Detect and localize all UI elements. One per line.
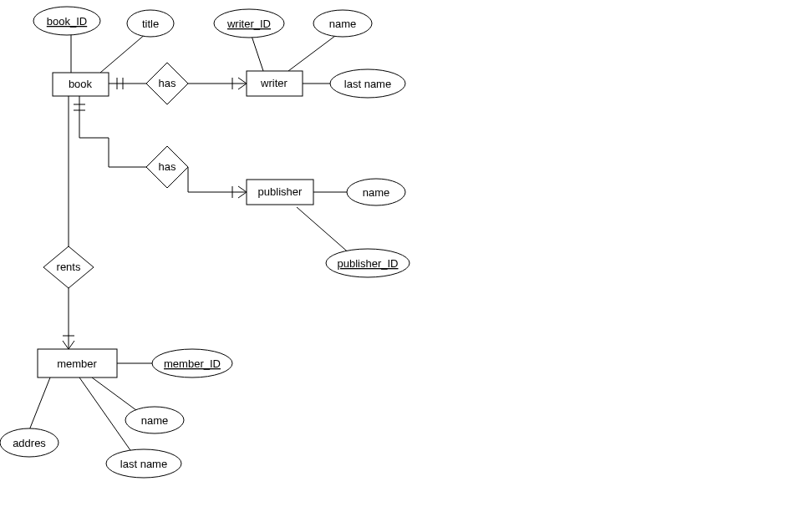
- attribute-member-id-label: member_ID: [164, 357, 221, 370]
- svg-line-3: [238, 84, 247, 89]
- entity-member-label: member: [57, 357, 97, 370]
- entity-publisher-label: publisher: [258, 185, 303, 198]
- relationship-has2-label: has: [159, 160, 176, 173]
- entity-book-label: book: [69, 78, 93, 90]
- attribute-book-id-label: book_ID: [47, 15, 87, 28]
- attribute-writer-id-label: writer_ID: [226, 18, 271, 30]
- attribute-publisher-id-label: publisher_ID: [338, 257, 399, 270]
- edge-writerid-writer: [251, 33, 263, 71]
- svg-line-12: [238, 192, 247, 198]
- attribute-member-address-label: addres: [13, 437, 46, 449]
- relationship-rents-label: rents: [57, 261, 81, 273]
- edge-member-address: [29, 377, 50, 430]
- attribute-member-name-label: name: [141, 414, 169, 427]
- relationship-has1-label: has: [159, 77, 176, 89]
- svg-line-14: [63, 341, 69, 349]
- edge-title-book: [100, 33, 146, 73]
- entity-writer-label: writer: [260, 77, 288, 89]
- svg-line-15: [69, 341, 74, 349]
- svg-line-11: [238, 186, 247, 192]
- attribute-title-label: title: [142, 18, 159, 30]
- svg-line-2: [238, 78, 247, 84]
- attribute-publisher-name-label: name: [363, 186, 390, 199]
- edge-publisher-id: [297, 207, 351, 255]
- er-diagram: book writer publisher member has has ren…: [0, 0, 804, 532]
- attribute-writer-lastname-label: last name: [344, 78, 391, 90]
- attribute-writer-name-label: name: [329, 18, 357, 30]
- edge-writername-writer: [288, 33, 338, 71]
- attribute-member-lastname-label: last name: [120, 458, 167, 470]
